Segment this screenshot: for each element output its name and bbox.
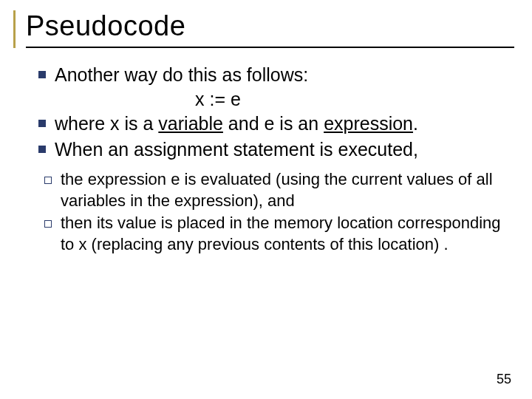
sub-bullet-item: the expression e is evaluated (using the… <box>44 169 514 211</box>
sub-bullet-item: then its value is placed in the memory l… <box>44 213 514 255</box>
text: is an <box>274 113 324 134</box>
underline-expression: expression <box>324 113 413 134</box>
slide: Pseudocode Another way do this as follow… <box>0 0 532 399</box>
variable-e: e <box>265 113 275 134</box>
sub-bullet-list: the expression e is evaluated (using the… <box>18 169 514 255</box>
text: is a <box>120 113 159 134</box>
bullet-item: where x is a variable and e is an expres… <box>38 112 514 136</box>
text: and <box>223 113 265 134</box>
page-number: 55 <box>497 372 511 387</box>
variable-x: x <box>110 113 120 134</box>
bullet-item: When an assignment statement is executed… <box>38 137 514 162</box>
underline-variable: variable <box>158 113 223 134</box>
text: where <box>55 113 110 134</box>
text: . <box>413 113 418 134</box>
assignment-formula: x := e <box>18 89 514 110</box>
slide-title: Pseudocode <box>26 10 514 48</box>
title-accent: Pseudocode <box>13 10 514 48</box>
bullet-list: where x is a variable and e is an expres… <box>18 112 514 162</box>
bullet-item: Another way do this as follows: <box>38 63 514 87</box>
bullet-list: Another way do this as follows: <box>18 63 514 87</box>
